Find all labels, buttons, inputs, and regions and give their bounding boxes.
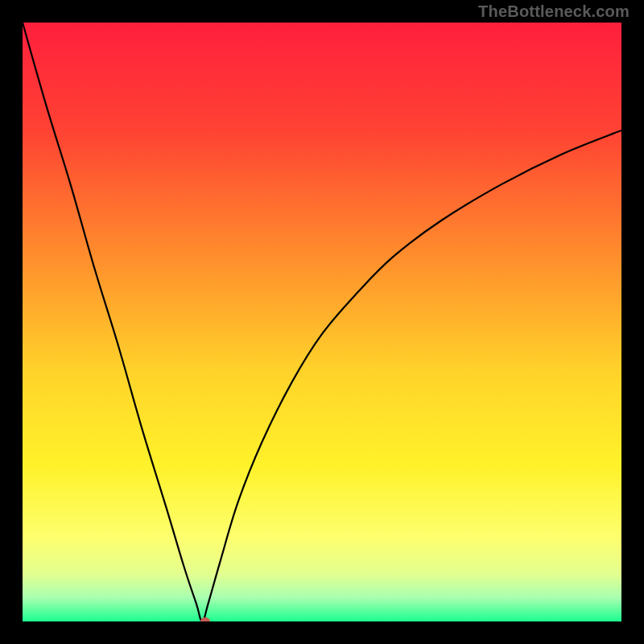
- bottleneck-curve: [23, 23, 621, 621]
- minimum-marker: [200, 617, 210, 621]
- curve-layer: [23, 23, 621, 621]
- plot-area: [23, 23, 621, 621]
- chart-frame: TheBottleneck.com: [0, 0, 644, 644]
- watermark-text: TheBottleneck.com: [478, 0, 630, 23]
